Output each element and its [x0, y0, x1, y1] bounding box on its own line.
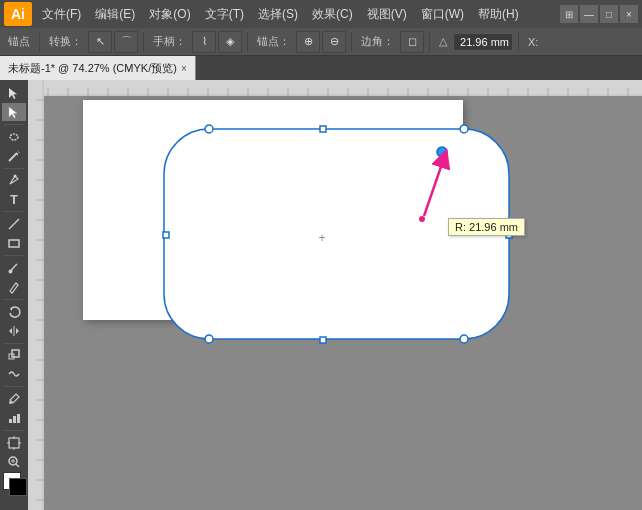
svg-point-13: [9, 401, 12, 404]
anchor-label: 锚点: [4, 34, 34, 49]
tool-pen[interactable]: [2, 172, 26, 190]
anchor-tr[interactable]: [460, 125, 468, 133]
main-area: T: [0, 80, 642, 510]
angle-icon: △: [435, 35, 451, 48]
canvas-area[interactable]: +: [28, 80, 642, 510]
tab-close-btn[interactable]: ×: [181, 63, 187, 74]
sep2: [143, 32, 144, 52]
ruler-horizontal: [28, 80, 642, 96]
color-swatches: [3, 472, 28, 498]
tool-sep6: [4, 343, 24, 344]
corner-btn[interactable]: ◻: [400, 31, 424, 53]
left-toolbar: T: [0, 80, 28, 510]
anchor-bl[interactable]: [205, 335, 213, 343]
anchor-mb[interactable]: [320, 337, 326, 343]
menu-help[interactable]: 帮助(H): [472, 4, 525, 25]
anchor-mt[interactable]: [320, 126, 326, 132]
stroke-color[interactable]: [9, 478, 27, 496]
handle-btn1[interactable]: ⌇: [192, 31, 216, 53]
menu-bar: 文件(F) 编辑(E) 对象(O) 文字(T) 选择(S) 效果(C) 视图(V…: [36, 4, 560, 25]
sep5: [429, 32, 430, 52]
svg-rect-14: [9, 419, 12, 423]
anchor-ml[interactable]: [163, 232, 169, 238]
minimize-btn[interactable]: —: [580, 5, 598, 23]
tool-sep2: [4, 168, 24, 169]
menu-edit[interactable]: 编辑(E): [89, 4, 141, 25]
menu-window[interactable]: 窗口(W): [415, 4, 470, 25]
maximize-btn[interactable]: □: [600, 5, 618, 23]
tool-rectangle[interactable]: [2, 234, 26, 252]
angle-input[interactable]: [453, 33, 513, 51]
menu-object[interactable]: 对象(O): [143, 4, 196, 25]
tab-label: 未标题-1* @ 74.27% (CMYK/预览): [8, 61, 177, 76]
title-bar: Ai 文件(F) 编辑(E) 对象(O) 文字(T) 选择(S) 效果(C) 视…: [0, 0, 642, 28]
tool-rotate[interactable]: [2, 303, 26, 321]
svg-rect-15: [13, 416, 16, 423]
svg-marker-7: [10, 307, 12, 311]
svg-marker-2: [16, 150, 20, 156]
convert-btn1[interactable]: ↖: [88, 31, 112, 53]
handle-btn2[interactable]: ◈: [218, 31, 242, 53]
sep4: [351, 32, 352, 52]
tooltip-value: 21.96 mm: [469, 221, 518, 233]
tool-line[interactable]: [2, 215, 26, 233]
canvas-svg: +: [44, 96, 642, 510]
svg-rect-26: [28, 80, 642, 96]
window-controls: ⊞ — □ ×: [560, 5, 638, 23]
tool-type[interactable]: T: [2, 190, 26, 208]
tool-zoom[interactable]: [2, 453, 26, 471]
menu-text[interactable]: 文字(T): [199, 4, 250, 25]
tab-untitled[interactable]: 未标题-1* @ 74.27% (CMYK/预览) ×: [0, 56, 196, 80]
svg-rect-58: [28, 80, 44, 510]
tool-magic-wand[interactable]: [2, 147, 26, 165]
svg-rect-5: [9, 240, 19, 247]
tool-select[interactable]: [2, 84, 26, 102]
corner-label: 边角：: [357, 34, 398, 49]
tool-artboard[interactable]: [2, 434, 26, 452]
tool-mirror[interactable]: [2, 322, 26, 340]
x-label: X:: [524, 36, 542, 48]
tool-scale[interactable]: [2, 347, 26, 365]
close-btn[interactable]: ×: [620, 5, 638, 23]
anchor-tl[interactable]: [205, 125, 213, 133]
tool-lasso[interactable]: [2, 128, 26, 146]
anchor-btn2[interactable]: ⊖: [322, 31, 346, 53]
sep1: [39, 32, 40, 52]
handle-label: 手柄：: [149, 34, 190, 49]
svg-line-1: [9, 153, 17, 161]
convert-label: 转换：: [45, 34, 86, 49]
tool-sep7: [4, 386, 24, 387]
tool-warp[interactable]: [2, 365, 26, 383]
menu-select[interactable]: 选择(S): [252, 4, 304, 25]
tool-graph[interactable]: [2, 409, 26, 427]
svg-rect-17: [9, 438, 19, 448]
tool-sep4: [4, 255, 24, 256]
svg-marker-10: [16, 328, 19, 334]
toolbar-anchor: 锚点 转换： ↖ ⌒ 手柄： ⌇ ◈ 锚点： ⊕ ⊖ 边角： ◻ △ X:: [0, 28, 642, 56]
tool-sep1: [4, 124, 24, 125]
svg-point-3: [14, 175, 17, 178]
menu-view[interactable]: 视图(V): [361, 4, 413, 25]
sep6: [518, 32, 519, 52]
tool-sep8: [4, 430, 24, 431]
svg-point-0: [10, 134, 18, 140]
menu-file[interactable]: 文件(F): [36, 4, 87, 25]
tool-pencil[interactable]: [2, 278, 26, 296]
anchor-br[interactable]: [460, 335, 468, 343]
svg-point-6: [9, 269, 13, 273]
color-section: [0, 472, 28, 506]
anchor-btn1[interactable]: ⊕: [296, 31, 320, 53]
tool-direct-select[interactable]: [2, 103, 26, 121]
ruler-vertical: [28, 80, 44, 510]
svg-line-23: [16, 464, 19, 467]
menu-effect[interactable]: 效果(C): [306, 4, 359, 25]
grid-btn[interactable]: ⊞: [560, 5, 578, 23]
app-logo: Ai: [4, 2, 32, 26]
tool-paintbrush[interactable]: [2, 259, 26, 277]
convert-btn2[interactable]: ⌒: [114, 31, 138, 53]
anchorpt-label: 锚点：: [253, 34, 294, 49]
tooltip-label: R:: [455, 221, 466, 233]
tool-eyedropper[interactable]: [2, 390, 26, 408]
radius-handle[interactable]: [437, 147, 447, 157]
radius-tooltip: R: 21.96 mm: [448, 218, 525, 236]
